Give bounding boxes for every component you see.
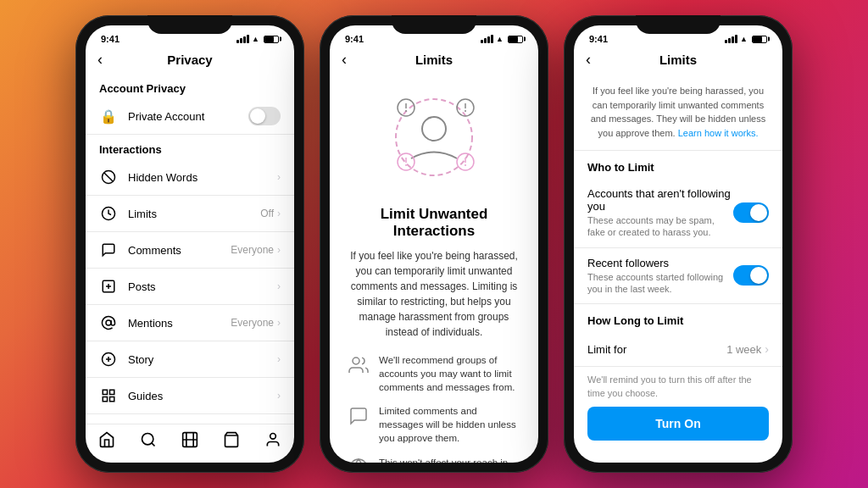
wifi-icon-2: ▲	[496, 35, 504, 43]
who-to-limit-title: Who to Limit	[574, 151, 782, 179]
home-nav[interactable]	[98, 431, 115, 452]
recent-followers-toggle[interactable]	[733, 265, 769, 286]
bottom-nav	[86, 424, 294, 463]
group-recommend-icon	[347, 353, 370, 377]
activity-status-item[interactable]: Activity Status ›	[86, 414, 294, 424]
limits-icon	[99, 204, 118, 223]
not-following-toggle[interactable]	[733, 202, 769, 223]
nav-title-3: Limits	[659, 53, 697, 67]
limits-item[interactable]: Limits Off ›	[86, 196, 294, 232]
comments-chevron: ›	[277, 244, 281, 256]
lock-icon: 🔒	[99, 107, 118, 125]
shop-nav[interactable]	[223, 431, 240, 452]
limits-label: Limits	[128, 208, 260, 220]
svg-line-1	[104, 173, 114, 182]
story-label: Story	[128, 353, 277, 366]
svg-line-17	[152, 443, 155, 446]
wifi-icon-3: ▲	[740, 35, 748, 43]
limit-for-value: 1 week ›	[726, 342, 769, 356]
posts-item[interactable]: Posts ›	[86, 269, 294, 305]
posts-chevron: ›	[277, 280, 281, 292]
limits-settings-content: If you feel like you're being harassed, …	[574, 74, 782, 463]
limits-intro-desc: If you feel like you're being harassed, …	[347, 248, 521, 340]
guides-icon	[99, 386, 118, 405]
private-account-label: Private Account	[128, 110, 248, 123]
story-item[interactable]: Story ›	[86, 341, 294, 378]
svg-rect-12	[103, 397, 107, 402]
story-chevron: ›	[277, 353, 281, 365]
features-list: We'll recommend groups of accounts you m…	[347, 353, 521, 463]
svg-point-28	[405, 110, 407, 112]
limits-intro-content: Limit Unwanted Interactions If you feel …	[330, 74, 538, 463]
section-account-privacy: Account Privacy	[86, 74, 294, 98]
phone-limits-settings: 9:41 ▲ ‹ Limits If you feel like you're	[564, 15, 793, 473]
reminder-text: We'll remind you to turn this off after …	[574, 367, 782, 407]
svg-rect-10	[103, 390, 107, 394]
battery-icon	[264, 36, 279, 43]
limits-intro-title: Limit Unwanted Interactions	[347, 206, 521, 240]
not-following-desc: These accounts may be spam, fake or crea…	[587, 214, 733, 239]
signal-icon-2	[481, 35, 493, 43]
limits-chevron: ›	[277, 208, 281, 219]
mentions-value: Everyone	[231, 317, 274, 329]
hidden-words-icon	[99, 168, 118, 186]
limits-info-box: If you feel like you're being harassed, …	[574, 74, 782, 151]
how-long-title: How Long to Limit	[574, 304, 782, 332]
svg-point-37	[465, 164, 466, 166]
privacy-content: Account Privacy 🔒 Private Account Intera…	[86, 74, 294, 424]
feature-text-2: Limited comments and messages will be hi…	[379, 404, 521, 445]
back-button-3[interactable]: ‹	[586, 51, 591, 69]
private-account-item[interactable]: 🔒 Private Account	[86, 98, 294, 135]
battery-icon-2	[508, 36, 523, 43]
reach-icon	[347, 456, 370, 463]
status-icons-3: ▲	[725, 35, 767, 43]
notch-3	[636, 15, 721, 34]
posts-label: Posts	[128, 280, 277, 293]
not-following-left: Accounts that aren't following you These…	[587, 187, 733, 239]
comments-item[interactable]: Comments Everyone ›	[86, 232, 294, 269]
limit-for-row[interactable]: Limit for 1 week ›	[574, 332, 782, 367]
phone-limits-intro: 9:41 ▲ ‹ Limits	[320, 15, 548, 473]
svg-point-16	[142, 434, 153, 445]
signal-icon	[236, 35, 249, 43]
status-icons-2: ▲	[481, 35, 523, 43]
hidden-words-label: Hidden Words	[128, 171, 277, 184]
posts-icon	[99, 277, 118, 296]
mentions-chevron: ›	[277, 317, 281, 329]
hidden-words-item[interactable]: Hidden Words ›	[86, 159, 294, 196]
nav-title-2: Limits	[415, 53, 453, 67]
recent-followers-desc: These accounts started following you in …	[587, 271, 733, 296]
mentions-item[interactable]: Mentions Everyone ›	[86, 305, 294, 341]
notch-2	[392, 15, 476, 34]
reels-nav[interactable]	[181, 431, 198, 452]
mentions-icon	[99, 313, 118, 332]
nav-header-1: ‹ Privacy	[86, 49, 294, 74]
comments-value: Everyone	[231, 244, 274, 256]
svg-point-38	[353, 358, 359, 364]
search-nav[interactable]	[140, 431, 157, 452]
back-button-2[interactable]: ‹	[342, 51, 347, 69]
guides-item[interactable]: Guides ›	[86, 378, 294, 414]
status-icons-1: ▲	[236, 35, 279, 43]
nav-header-2: ‹ Limits	[330, 49, 538, 74]
not-following-title: Accounts that aren't following you	[587, 187, 733, 213]
back-button-1[interactable]: ‹	[97, 51, 103, 69]
profile-nav[interactable]	[264, 431, 281, 452]
comments-label: Comments	[128, 244, 231, 257]
feature-text-1: We'll recommend groups of accounts you m…	[379, 353, 521, 394]
guides-label: Guides	[128, 390, 277, 402]
svg-rect-11	[110, 390, 114, 394]
comments-icon	[99, 241, 118, 259]
phone-privacy: 9:41 ▲ ‹ Privacy Account Privacy	[75, 15, 304, 473]
section-interactions: Interactions	[86, 135, 294, 159]
limit-for-chevron: ›	[765, 342, 769, 356]
chevron-icon: ›	[277, 171, 281, 183]
private-account-toggle[interactable]	[248, 107, 281, 125]
signal-icon-3	[725, 35, 737, 43]
time-2: 9:41	[345, 34, 364, 44]
svg-point-25	[422, 117, 446, 141]
hidden-msg-icon	[347, 404, 370, 428]
turn-on-button[interactable]: Turn On	[587, 407, 769, 441]
nav-title-1: Privacy	[167, 53, 212, 67]
learn-how-link[interactable]: Learn how it works.	[678, 128, 759, 138]
